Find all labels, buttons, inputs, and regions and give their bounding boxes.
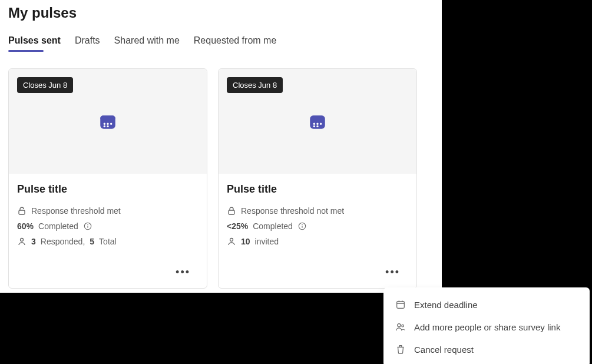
svg-point-10 (87, 224, 88, 225)
closes-badge: Closes Jun 8 (17, 77, 73, 93)
menu-extend-deadline[interactable]: Extend deadline (383, 293, 590, 316)
svg-point-6 (107, 125, 108, 127)
total-label: Total (99, 237, 117, 246)
svg-point-3 (107, 123, 108, 125)
pulse-calendar-icon (307, 111, 328, 131)
completed-pct: 60% (17, 221, 34, 231)
person-icon (227, 237, 236, 246)
card-body: Pulse title Response threshold not met <… (219, 174, 416, 288)
responded-row: 3 Responded, 5 Total (17, 237, 199, 246)
svg-point-13 (313, 123, 315, 125)
people-icon (395, 322, 406, 332)
pulse-calendar-icon (98, 111, 118, 131)
closes-badge: Closes Jun 8 (227, 77, 283, 93)
svg-point-11 (21, 239, 24, 241)
completed-pct: <25% (227, 221, 248, 231)
menu-add-people[interactable]: Add more people or share survey link (383, 316, 590, 338)
card-footer: ••• (227, 252, 408, 282)
calendar-icon (395, 299, 406, 310)
svg-point-4 (110, 123, 112, 125)
tab-drafts[interactable]: Drafts (75, 35, 100, 51)
threshold-text: Response threshold not met (241, 206, 344, 216)
svg-rect-18 (229, 210, 234, 214)
svg-point-17 (316, 125, 318, 127)
card-footer: ••• (17, 252, 199, 282)
completed-row: 60% Completed (17, 221, 199, 231)
svg-rect-1 (100, 115, 115, 121)
svg-point-14 (316, 123, 318, 125)
svg-rect-23 (397, 302, 405, 309)
tab-pulses-sent[interactable]: Pulses sent (8, 35, 61, 51)
unlock-icon (17, 206, 27, 216)
svg-point-16 (313, 125, 315, 127)
card-body: Pulse title Response threshold met 60% C… (9, 174, 207, 288)
card-header: Closes Jun 8 (219, 69, 416, 174)
svg-rect-7 (19, 210, 25, 214)
responded-count: 3 (31, 237, 36, 246)
threshold-row: Response threshold met (17, 206, 199, 216)
svg-point-2 (104, 123, 105, 125)
threshold-text: Response threshold met (31, 206, 121, 216)
tab-label: Pulses sent (8, 35, 61, 45)
svg-point-15 (320, 123, 322, 125)
svg-point-28 (402, 325, 404, 327)
invited-row: 10 invited (227, 237, 408, 246)
menu-cancel-request[interactable]: Cancel request (383, 338, 590, 360)
info-icon[interactable] (297, 221, 307, 231)
trash-icon (395, 344, 406, 355)
lock-icon (227, 206, 236, 216)
tab-shared-with-me[interactable]: Shared with me (114, 35, 180, 51)
person-icon (17, 237, 27, 246)
svg-point-21 (302, 224, 302, 225)
svg-point-22 (230, 239, 233, 241)
tab-label: Requested from me (194, 35, 277, 45)
completed-label: Completed (253, 221, 293, 231)
completed-label: Completed (38, 221, 78, 231)
more-button[interactable]: ••• (381, 263, 405, 282)
context-menu: Extend deadline Add more people or share… (383, 287, 590, 364)
card-title: Pulse title (227, 183, 408, 196)
card-header: Closes Jun 8 (9, 69, 207, 174)
svg-point-5 (104, 125, 105, 127)
tab-requested-from-me[interactable]: Requested from me (194, 35, 277, 51)
threshold-row: Response threshold not met (227, 206, 408, 216)
info-icon[interactable] (83, 221, 92, 231)
pulse-card[interactable]: Closes Jun 8 Pulse title (8, 68, 207, 289)
completed-row: <25% Completed (227, 221, 408, 231)
svg-point-27 (398, 324, 401, 327)
card-title: Pulse title (17, 183, 199, 196)
menu-item-label: Extend deadline (414, 300, 478, 310)
invited-count: 10 (241, 237, 250, 246)
invited-label: invited (255, 237, 279, 246)
tab-label: Shared with me (114, 35, 180, 45)
pulse-card[interactable]: Closes Jun 8 Pulse title (218, 68, 417, 289)
total-count: 5 (90, 237, 94, 246)
more-button[interactable]: ••• (171, 263, 195, 282)
tab-label: Drafts (75, 35, 100, 45)
menu-item-label: Add more people or share survey link (414, 322, 560, 332)
responded-label: Responded, (41, 237, 85, 246)
menu-item-label: Cancel request (414, 345, 474, 355)
